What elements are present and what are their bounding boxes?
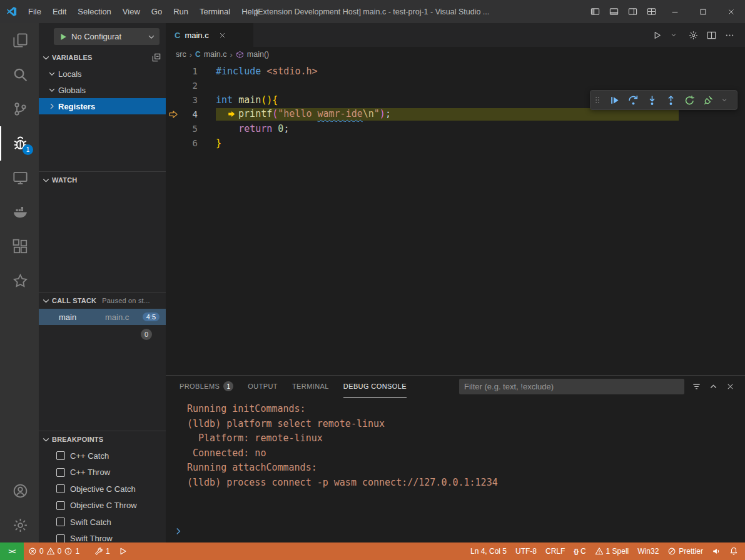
menu-file[interactable]: File [23,0,47,23]
search-icon [13,67,28,82]
tab-main-c[interactable]: C main.c [166,23,253,47]
step-into-button[interactable] [642,91,661,109]
debug-console[interactable]: Running initCommands:(lldb) platform sel… [166,398,745,542]
code-line-5[interactable]: 5 return 0; [166,121,745,136]
maximize-panel-chevron-up-icon[interactable] [705,376,722,398]
status-label: Win32 [637,547,659,556]
maximize-button[interactable] [689,0,717,23]
activity-item-settings[interactable] [0,508,39,542]
close-tab-icon[interactable] [218,31,226,39]
problems-status[interactable]: 0 0 1 [24,542,84,560]
variables-section-header[interactable]: VARIABLES [39,49,166,66]
step-over-button[interactable] [624,91,642,109]
status-feedback[interactable] [707,542,725,560]
status-platform[interactable]: Win32 [633,542,663,560]
breadcrumb-file[interactable]: main.c [204,50,227,59]
console-input[interactable] [166,523,745,539]
customize-layout-icon[interactable] [642,0,661,23]
code-line-1[interactable]: 1#include <stdio.h> [166,64,745,78]
console-filter-input[interactable] [459,379,684,394]
debug-config-dropdown[interactable]: No Configurat [54,28,160,45]
step-out-button[interactable] [661,91,680,109]
more-actions-icon[interactable] [721,23,739,47]
activity-item-accounts[interactable] [0,474,39,508]
activity-item-source-control[interactable] [0,92,39,126]
panel-tab-label: TERMINAL [292,382,329,390]
panel-tab-output[interactable]: OUTPUT [248,376,278,398]
toolchain-status[interactable]: 1 [90,542,114,560]
warning-count: 0 [58,547,62,556]
call-stack-section-header[interactable]: CALL STACK Paused on st... [39,292,166,309]
run-dropdown-chevron-icon[interactable] [666,23,684,47]
line-number: 1 [193,66,198,76]
settings-gear-icon[interactable] [684,23,702,47]
breakpoint-checkbox[interactable] [56,451,65,460]
breadcrumb-folder[interactable]: src [176,50,186,59]
variables-row-locals[interactable]: Locals [39,66,166,82]
variables-row-globals[interactable]: Globals [39,82,166,98]
gutter-line-1[interactable]: 1 [166,66,216,76]
toggle-sidebar-right-icon[interactable] [623,0,642,23]
remote-indicator[interactable]: >< [0,542,24,560]
continue-button[interactable] [605,91,624,109]
gutter-line-3[interactable]: 3 [166,95,216,105]
activity-item-run-and-debug[interactable]: 1 [0,126,39,161]
status-spell-checker[interactable]: 1 Spell [590,542,634,560]
status-cursor-position[interactable]: Ln 4, Col 5 [466,542,511,560]
split-editor-icon[interactable] [702,23,721,47]
status-eol[interactable]: CRLF [541,542,569,560]
variables-row-registers[interactable]: Registers [39,98,166,114]
code-line-6[interactable]: 6} [166,136,745,150]
panel-tab-debug-console[interactable]: DEBUG CONSOLE [343,376,407,398]
breakpoint-checkbox[interactable] [56,484,65,493]
activity-item-extensions[interactable] [0,229,39,264]
code-editor[interactable]: 1#include <stdio.h>23int main(){4 printf… [166,62,745,375]
activity-item-docker[interactable] [0,195,39,229]
breakpoint-checkbox[interactable] [56,518,65,526]
activity-item-explorer[interactable] [0,23,39,58]
menu-go[interactable]: Go [146,0,168,23]
status-language-mode[interactable]: {}C [569,542,590,560]
filter-icon[interactable] [688,376,705,398]
run-file-button[interactable] [648,23,666,47]
statusbar-right: Ln 4, Col 5UTF-8CRLF{}C1 SpellWin32Prett… [466,542,745,560]
breakpoints-section-header[interactable]: BREAKPOINTS [39,431,166,448]
menu-edit[interactable]: Edit [47,0,72,23]
gutter-line-5[interactable]: 5 [166,124,216,134]
gutter-line-4[interactable]: 4 [166,109,216,119]
breadcrumb-symbol[interactable]: main() [247,50,269,59]
panel-tab-problems[interactable]: PROBLEMS1 [180,376,233,398]
status-notifications[interactable] [725,542,742,560]
menu-selection[interactable]: Selection [72,0,116,23]
status-encoding[interactable]: UTF-8 [511,542,541,560]
menu-view[interactable]: View [117,0,146,23]
disconnect-dropdown-chevron-icon[interactable] [715,91,734,109]
menu-run[interactable]: Run [168,0,194,23]
call-stack-frame[interactable]: main main.c 4:5 [39,309,166,325]
status-label: CRLF [545,547,565,556]
activity-item-remote-explorer[interactable] [0,161,39,195]
activity-item-search[interactable] [0,58,39,92]
menu-help[interactable]: Help [236,0,264,23]
start-debugging-icon[interactable] [59,32,68,41]
activity-item-favorites[interactable] [0,264,39,298]
watch-section-header[interactable]: WATCH [39,172,166,188]
panel-tab-terminal[interactable]: TERMINAL [292,376,329,398]
status-formatter[interactable]: Prettier [663,542,707,560]
debug-status[interactable] [114,542,132,560]
restart-button[interactable] [680,91,699,109]
breakpoint-checkbox[interactable] [56,501,65,510]
breakpoint-checkbox[interactable] [56,534,65,542]
gutter-line-2[interactable]: 2 [166,81,216,91]
code-text: int main(){ [216,94,278,106]
gutter-line-6[interactable]: 6 [166,138,216,148]
breakpoint-checkbox[interactable] [56,468,65,477]
close-button[interactable] [717,0,745,23]
toggle-sidebar-left-icon[interactable] [585,0,604,23]
line-number: 5 [193,124,198,134]
collapse-all-icon[interactable] [152,53,161,62]
minimize-button[interactable] [661,0,689,23]
close-panel-icon[interactable] [722,376,739,398]
menu-terminal[interactable]: Terminal [194,0,236,23]
toggle-panel-icon[interactable] [604,0,623,23]
